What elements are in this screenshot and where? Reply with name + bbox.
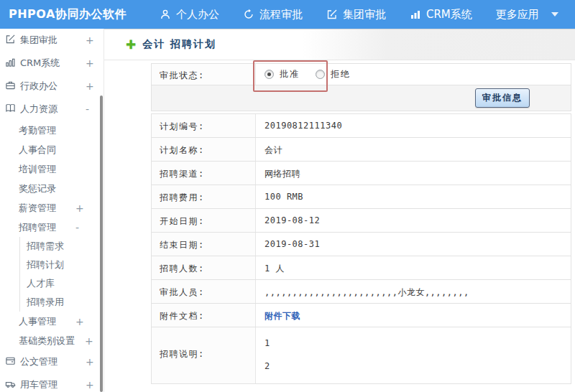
expander[interactable]: + bbox=[86, 379, 94, 391]
chart-icon bbox=[410, 9, 421, 20]
expander[interactable]: - bbox=[86, 103, 89, 115]
field-label: 开始日期: bbox=[152, 209, 256, 232]
edit-icon bbox=[326, 9, 338, 20]
table-row: 招聘说明: 1 2 bbox=[152, 327, 571, 383]
table-row: 计划名称: 会计 bbox=[152, 138, 571, 162]
recruit-cost-value: 100 RMB bbox=[256, 185, 571, 208]
sidebar-item-recruit-mgmt[interactable]: 招聘管理 - bbox=[0, 218, 104, 237]
nav-group-approval[interactable]: 集团审批 bbox=[326, 8, 386, 22]
radio-approve[interactable] bbox=[264, 70, 274, 79]
sidebar: 集团审批 + CRM系统 + 行政办公 + 人力资源 - 考勤管理 人事合同 培… bbox=[0, 29, 104, 392]
end-date-value: 2019-08-31 bbox=[256, 233, 571, 256]
sidebar-item-personnel-mgmt[interactable]: 人事管理 + bbox=[0, 312, 104, 331]
chart-icon bbox=[5, 57, 16, 70]
expander[interactable]: - bbox=[75, 222, 79, 233]
field-label: 招聘说明: bbox=[152, 327, 256, 383]
attachment-download-link[interactable]: 附件下载 bbox=[264, 311, 300, 321]
start-date-value: 2019-08-12 bbox=[256, 209, 571, 232]
plan-name-value: 会计 bbox=[256, 138, 571, 161]
radio-reject[interactable] bbox=[316, 70, 325, 79]
car-icon bbox=[5, 378, 16, 391]
briefcase-icon bbox=[5, 80, 16, 93]
field-label: 招聘人数: bbox=[152, 256, 256, 279]
sidebar-item-talent-pool[interactable]: 人才库 bbox=[19, 274, 104, 293]
field-label: 计划名称: bbox=[152, 138, 256, 161]
table-row: 计划编号: 20190812111340 bbox=[152, 114, 571, 138]
expander[interactable]: + bbox=[86, 356, 94, 368]
sidebar-item-human-resources[interactable]: 人力资源 - bbox=[0, 98, 104, 121]
sidebar-item-recruit-demand[interactable]: 招聘需求 bbox=[19, 237, 104, 256]
topbar: PHPOA协同办公软件 个人办公 流程审批 集团审批 bbox=[0, 0, 575, 29]
table-row: 结束日期: 2019-08-31 bbox=[152, 233, 571, 256]
nav-more-apps[interactable]: 更多应用 bbox=[496, 8, 558, 22]
edit-icon bbox=[5, 34, 16, 47]
field-label: 计划编号: bbox=[152, 114, 256, 137]
field-label: 招聘费用: bbox=[152, 185, 256, 208]
table-row: 附件文档: 附件下载 bbox=[152, 304, 571, 327]
table-row: 审批人员: ,,,,,,,,,,,,,,,,,,,,,,,,小龙女,,,,,,,… bbox=[152, 280, 571, 304]
field-label: 附件文档: bbox=[152, 304, 256, 327]
field-label: 审批人员: bbox=[152, 280, 256, 303]
table-row: 审批状态: 批准 拒绝 bbox=[152, 64, 571, 85]
approvers-value: ,,,,,,,,,,,,,,,,,,,,,,,,小龙女,,,,,,,, bbox=[256, 280, 571, 303]
recruit-channel-value: 网络招聘 bbox=[256, 162, 571, 185]
table-row: 招聘费用: 100 RMB bbox=[152, 185, 571, 209]
approval-status-table: 审批状态: 批准 拒绝 审批信息 bbox=[151, 63, 571, 111]
page-header: ✚ 会计 招聘计划 bbox=[104, 29, 575, 60]
approval-info-button[interactable]: 审批信息 bbox=[475, 88, 530, 108]
sidebar-item-documents[interactable]: 公文管理 + bbox=[0, 350, 104, 373]
nav-process-approval[interactable]: 流程审批 bbox=[243, 8, 303, 22]
table-row: 开始日期: 2019-08-12 bbox=[152, 209, 571, 233]
sidebar-item-crm[interactable]: CRM系统 + bbox=[0, 52, 104, 75]
expander[interactable]: + bbox=[86, 34, 94, 46]
sidebar-item-group-approval[interactable]: 集团审批 + bbox=[0, 29, 104, 52]
sidebar-item-recruit-hire[interactable]: 招聘录用 bbox=[19, 293, 104, 312]
sidebar-item-recruit-plan[interactable]: 招聘计划 bbox=[19, 256, 104, 274]
user-icon bbox=[160, 9, 171, 20]
table-row: 招聘人数: 1 人 bbox=[152, 256, 571, 280]
field-label: 结束日期: bbox=[152, 233, 256, 256]
page-title: 会计 招聘计划 bbox=[142, 38, 216, 51]
recruit-plan-table: 计划编号: 20190812111340 计划名称: 会计 招聘渠道: 网络招聘… bbox=[151, 113, 571, 384]
approval-status-label: 审批状态: bbox=[152, 64, 256, 85]
sidebar-item-hr-contract[interactable]: 人事合同 bbox=[0, 140, 104, 159]
caret-down-icon bbox=[551, 12, 558, 17]
radio-approve-label[interactable]: 批准 bbox=[280, 68, 300, 80]
expander[interactable]: + bbox=[85, 335, 93, 347]
document-icon bbox=[5, 355, 16, 368]
sidebar-item-attendance[interactable]: 考勤管理 bbox=[0, 121, 104, 140]
radio-reject-label[interactable]: 拒绝 bbox=[331, 68, 351, 80]
expander[interactable]: + bbox=[86, 80, 94, 92]
sidebar-item-admin-office[interactable]: 行政办公 + bbox=[0, 75, 104, 98]
sidebar-item-vehicles[interactable]: 用车管理 + bbox=[0, 373, 104, 392]
sidebar-item-salary[interactable]: 薪资管理 + bbox=[0, 198, 104, 218]
nav-personal-office[interactable]: 个人办公 bbox=[160, 8, 219, 22]
sidebar-scrollbar[interactable] bbox=[100, 95, 103, 392]
app-title: PHPOA协同办公软件 bbox=[0, 7, 126, 22]
recruit-desc-line: 2 bbox=[264, 358, 568, 381]
recruit-desc-line: 1 bbox=[264, 335, 568, 358]
sidebar-item-base-category[interactable]: 基础类别设置 + bbox=[0, 331, 104, 350]
top-navigation: 个人办公 流程审批 集团审批 CRM系统 更多应用 bbox=[160, 8, 575, 22]
process-icon bbox=[243, 9, 254, 20]
table-row: 招聘渠道: 网络招聘 bbox=[152, 162, 571, 185]
book-icon bbox=[5, 103, 16, 116]
main-content: ✚ 会计 招聘计划 审批状态: 批准 拒绝 审批信息 计划编号: 2019081… bbox=[104, 29, 575, 392]
field-label: 招聘渠道: bbox=[152, 162, 256, 185]
add-icon[interactable]: ✚ bbox=[126, 39, 136, 51]
approval-radio-group: 批准 拒绝 bbox=[264, 68, 568, 80]
headcount-value: 1 人 bbox=[256, 256, 571, 279]
expander[interactable]: + bbox=[86, 57, 94, 69]
nav-crm-system[interactable]: CRM系统 bbox=[410, 8, 472, 22]
sidebar-item-training[interactable]: 培训管理 bbox=[0, 159, 104, 179]
sidebar-item-rewards[interactable]: 奖惩记录 bbox=[0, 179, 104, 198]
expander[interactable]: + bbox=[75, 202, 84, 214]
plan-number-value: 20190812111340 bbox=[256, 114, 571, 137]
expander[interactable]: + bbox=[75, 316, 84, 327]
table-row: 审批信息 bbox=[152, 85, 571, 111]
